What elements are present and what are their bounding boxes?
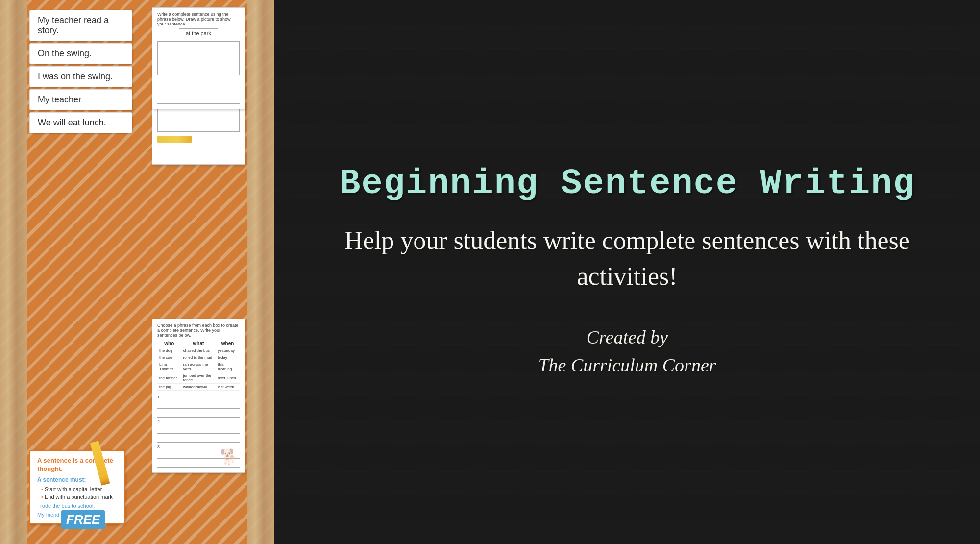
free-badge: FREE [61, 510, 105, 529]
table-row: the cow rolled in the mud today [157, 354, 240, 361]
created-by-line2: The Curriculum Corner [538, 351, 716, 379]
anchor-example-1: I rode the bus to school. [37, 503, 117, 509]
worksheet-table: Choose a phrase from each box to create … [152, 319, 245, 473]
worksheet-top-phrase: at the park [179, 28, 218, 38]
created-by-line1: Created by [538, 323, 716, 351]
worksheet-mid-lines [157, 143, 240, 159]
card-3: I was on the swing. [29, 66, 132, 87]
worksheet-top-instruction: Write a complete sentence using the phra… [157, 12, 240, 26]
table-row: Lina Thomas ran across the yard this mor… [157, 361, 240, 372]
dog-illustration: 🐕 [220, 448, 240, 468]
table-header-who: who [157, 340, 181, 347]
worksheet-top-lines [157, 78, 240, 104]
card-4: My teacher [29, 89, 132, 110]
left-panel: My teacher read a story. On the swing. I… [0, 0, 274, 544]
anchor-item-2: End with a punctuation mark [37, 494, 117, 500]
right-panel: Beginning Sentence Writing Help your stu… [274, 0, 980, 544]
pencil-decoration-mid [157, 136, 192, 143]
wood-strip-right [247, 0, 274, 544]
worksheet-top-draw-area [157, 41, 240, 75]
table-row: the pig walked slowly last week [157, 384, 240, 391]
anchor-item-1: Start with a capital letter [37, 486, 117, 492]
worksheet-table-instruction: Choose a phrase from each box to create … [157, 323, 240, 338]
table-header-what: what [181, 340, 216, 347]
sentence-cards: My teacher read a story. On the swing. I… [29, 10, 132, 136]
wood-strip-left [0, 0, 27, 544]
table-row: the farmer jumped over the fence after l… [157, 372, 240, 384]
subtitle-text: Help your students write complete senten… [304, 223, 951, 295]
main-title: Beginning Sentence Writing [339, 165, 915, 203]
card-5: We will eat lunch. [29, 112, 132, 133]
worksheet-mid-pencil [157, 136, 240, 143]
table-header-when: when [216, 340, 240, 347]
sentence-table: who what when the dog chased the bus yes… [157, 340, 240, 391]
card-1: My teacher read a story. [29, 10, 132, 41]
created-by-section: Created by The Curriculum Corner [538, 323, 716, 379]
card-2: On the swing. [29, 43, 132, 64]
table-row: the dog chased the bus yesterday [157, 347, 240, 354]
worksheet-top: Write a complete sentence using the phra… [152, 7, 245, 109]
